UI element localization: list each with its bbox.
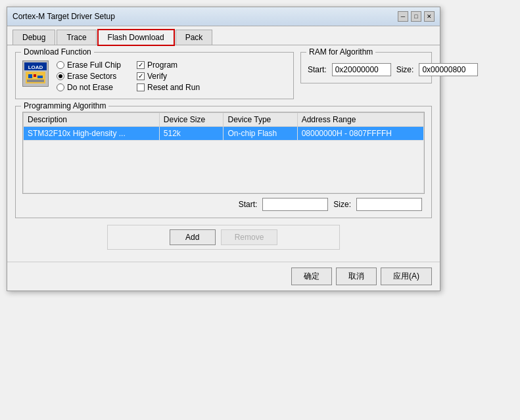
radio-no-erase[interactable]: Do not Erase xyxy=(57,83,121,92)
ram-algorithm-group: RAM for Algorithm Start: Size: xyxy=(300,52,432,83)
top-row: Download Function LOAD xyxy=(15,52,432,106)
tab-flash-download[interactable]: Flash Download xyxy=(98,30,174,45)
svg-rect-6 xyxy=(37,76,43,78)
svg-rect-4 xyxy=(28,74,32,78)
title-controls: ─ □ ✕ xyxy=(398,11,435,22)
tab-bar: Debug Trace Flash Download Pack xyxy=(7,26,440,45)
radio-erase-full[interactable]: Erase Full Chip xyxy=(57,60,121,70)
prog-start-input[interactable] xyxy=(262,198,328,211)
programming-algorithm-group: Programming Algorithm Description Device… xyxy=(15,106,432,218)
svg-text:LOAD: LOAD xyxy=(28,64,43,70)
add-button[interactable]: Add xyxy=(170,229,216,245)
checkbox-reset-run-box[interactable] xyxy=(137,83,145,91)
content-area: Download Function LOAD xyxy=(7,45,440,256)
ram-start-input[interactable] xyxy=(332,63,391,76)
add-remove-row: Add Remove xyxy=(107,225,340,250)
tab-debug[interactable]: Debug xyxy=(12,30,55,45)
cancel-button[interactable]: 取消 xyxy=(336,268,377,285)
tab-pack[interactable]: Pack xyxy=(176,30,213,45)
checkbox-program[interactable]: Program xyxy=(137,60,200,70)
col-device-size: Device Size xyxy=(159,113,224,127)
prog-size-input[interactable] xyxy=(356,198,422,211)
radio-erase-sectors-label: Erase Sectors xyxy=(67,72,116,81)
checkbox-verify[interactable]: Verify xyxy=(137,72,200,81)
bottom-inputs: Start: Size: xyxy=(22,198,425,211)
table-body: STM32F10x High-density ... 512k On-chip … xyxy=(24,127,424,193)
checkbox-program-label: Program xyxy=(147,60,177,70)
ram-algorithm-label: RAM for Algorithm xyxy=(306,47,375,57)
download-function-content: LOAD Erase Full Chip xyxy=(22,60,287,92)
table-header: Description Device Size Device Type Addr… xyxy=(24,113,424,127)
programming-algorithm-label: Programming Algorithm xyxy=(21,101,108,110)
radio-erase-sectors[interactable]: Erase Sectors xyxy=(57,72,121,81)
cell-description: STM32F10x High-density ... xyxy=(24,127,160,141)
download-function-group: Download Function LOAD xyxy=(15,52,294,99)
footer-bar: 确定 取消 应用(A) xyxy=(7,262,440,291)
radio-group: Erase Full Chip Erase Sectors Do not Era… xyxy=(57,60,121,92)
col-device-type: Device Type xyxy=(224,113,297,127)
checkbox-program-box[interactable] xyxy=(137,61,145,69)
load-icon: LOAD xyxy=(22,60,49,87)
maximize-button[interactable]: □ xyxy=(411,11,421,22)
ram-start-label: Start: xyxy=(308,65,327,74)
remove-button[interactable]: Remove xyxy=(221,229,278,245)
checkbox-reset-run[interactable]: Reset and Run xyxy=(137,83,200,92)
empty-row xyxy=(24,141,424,193)
download-function-label: Download Function xyxy=(21,47,94,57)
radio-no-erase-btn[interactable] xyxy=(57,83,64,91)
close-button[interactable]: ✕ xyxy=(424,11,435,22)
svg-rect-5 xyxy=(34,74,36,77)
prog-size-label: Size: xyxy=(333,200,351,209)
col-description: Description xyxy=(24,113,160,127)
ram-size-label: Size: xyxy=(396,65,414,74)
main-window: Cortex-M Target Driver Setup ─ □ ✕ Debug… xyxy=(7,7,440,291)
window-title: Cortex-M Target Driver Setup xyxy=(12,12,115,21)
col-address-range: Address Range xyxy=(297,113,423,127)
prog-start-label: Start: xyxy=(239,200,258,209)
tab-trace[interactable]: Trace xyxy=(57,30,96,45)
radio-erase-full-label: Erase Full Chip xyxy=(67,60,121,70)
apply-button[interactable]: 应用(A) xyxy=(381,268,432,285)
ram-section: Start: Size: xyxy=(308,63,425,76)
ok-button[interactable]: 确定 xyxy=(291,268,332,285)
load-icon-svg: LOAD xyxy=(23,61,48,86)
checkbox-verify-label: Verify xyxy=(147,72,167,81)
cell-address-range: 08000000H - 0807FFFFH xyxy=(297,127,423,141)
ram-size-input[interactable] xyxy=(419,63,478,76)
programming-table-container: Description Device Size Device Type Addr… xyxy=(22,112,425,194)
cell-device-type: On-chip Flash xyxy=(224,127,297,141)
programming-table: Description Device Size Device Type Addr… xyxy=(23,112,424,193)
svg-rect-7 xyxy=(27,80,44,82)
checkbox-verify-box[interactable] xyxy=(137,72,145,80)
checkbox-reset-run-label: Reset and Run xyxy=(147,83,200,92)
radio-no-erase-label: Do not Erase xyxy=(67,83,113,92)
radio-erase-full-btn[interactable] xyxy=(57,61,64,69)
table-row[interactable]: STM32F10x High-density ... 512k On-chip … xyxy=(24,127,424,141)
minimize-button[interactable]: ─ xyxy=(398,11,408,22)
table-header-row: Description Device Size Device Type Addr… xyxy=(24,113,424,127)
checkbox-group: Program Verify Reset and Run xyxy=(137,60,200,92)
cell-device-size: 512k xyxy=(159,127,224,141)
title-bar: Cortex-M Target Driver Setup ─ □ ✕ xyxy=(7,7,440,26)
radio-erase-sectors-btn[interactable] xyxy=(57,72,64,80)
